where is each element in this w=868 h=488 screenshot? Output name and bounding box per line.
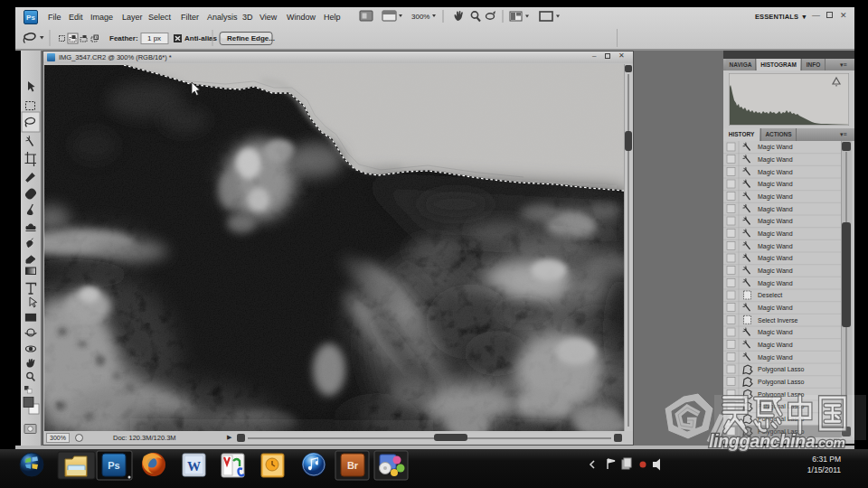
svg-text:Br: Br: [347, 460, 359, 471]
svg-text:1/15/2011: 1/15/2011: [807, 465, 841, 474]
svg-text:lingganchina.com: lingganchina.com: [709, 431, 845, 451]
svg-text:Ps: Ps: [108, 460, 119, 471]
svg-text:W: W: [187, 459, 201, 474]
svg-text:1 px: 1 px: [147, 34, 161, 42]
svg-text:Feather:: Feather:: [109, 34, 138, 42]
svg-text:Refine Edge...: Refine Edge...: [227, 34, 275, 42]
svg-text:300%: 300%: [411, 13, 429, 21]
